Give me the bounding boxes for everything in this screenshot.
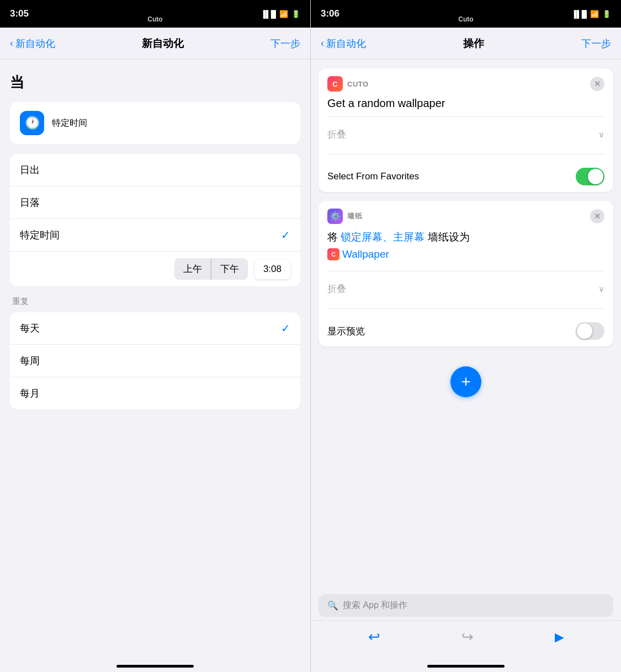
cuto-divider xyxy=(327,116,604,117)
trigger-item[interactable]: 🕐 特定时间 xyxy=(10,102,300,144)
cuto-divider2 xyxy=(327,154,604,154)
left-back-label: 新自动化 xyxy=(15,37,55,50)
body-highlight[interactable]: 锁定屏幕、主屏幕 xyxy=(341,231,424,243)
left-content: 当 🕐 特定时间 日出 日落 特定时间 ✓ 上午 xyxy=(0,60,310,653)
wallpaper-tag-label: Wallpaper xyxy=(342,247,389,263)
list-item-daily[interactable]: 每天 ✓ xyxy=(10,312,300,344)
wallpaper-tag[interactable]: C Wallpaper xyxy=(327,247,389,263)
left-status-bar: 3:05 Cuto ▐▌█ 📶 🔋 xyxy=(0,0,310,28)
right-nav-bar: ‹ 新自动化 操作 下一步 xyxy=(311,28,621,60)
wallpaper-divider2 xyxy=(327,308,604,309)
wifi-icon: 📶 xyxy=(279,10,288,18)
right-battery-icon: 🔋 xyxy=(602,10,611,18)
right-time: 3:06 xyxy=(321,8,339,19)
repeat-card: 每天 ✓ 每周 每月 xyxy=(10,312,300,409)
cuto-collapse-label: 折叠 xyxy=(327,128,346,141)
search-placeholder: 搜索 App 和操作 xyxy=(343,600,407,611)
wallpaper-chevron-down-icon: ∨ xyxy=(598,284,604,294)
wallpaper-collapse-row[interactable]: 折叠 ∨ xyxy=(319,278,613,302)
right-back-label: 新自动化 xyxy=(326,37,366,50)
search-bar[interactable]: 🔍 搜索 App 和操作 xyxy=(319,594,613,617)
preview-toggle[interactable] xyxy=(576,322,604,340)
ampm-group[interactable]: 上午 下午 xyxy=(174,258,248,280)
search-area: 🔍 搜索 App 和操作 xyxy=(311,589,621,620)
trigger-card: 🕐 特定时间 xyxy=(10,102,300,144)
play-button[interactable]: ▶ xyxy=(555,630,564,644)
sunrise-label: 日出 xyxy=(20,163,40,177)
list-item-specific-time[interactable]: 特定时间 ✓ xyxy=(10,218,300,251)
time-value[interactable]: 3:08 xyxy=(254,259,290,279)
daily-checkmark: ✓ xyxy=(281,322,290,335)
am-button[interactable]: 上午 xyxy=(174,258,211,280)
cuto-chevron-down-icon: ∨ xyxy=(598,130,604,140)
repeat-section-label: 重复 xyxy=(10,296,300,307)
wallpaper-app-name: 墙纸 xyxy=(347,211,362,221)
list-item-sunrise[interactable]: 日出 xyxy=(10,154,300,186)
right-wifi-icon: 📶 xyxy=(590,10,599,18)
right-signal-icon: ▐▌█ xyxy=(571,10,587,18)
left-nav-title: 新自动化 xyxy=(142,36,184,51)
list-item-weekly[interactable]: 每周 xyxy=(10,344,300,377)
signal-icon: ▐▌█ xyxy=(261,10,276,18)
time-picker-row: 上午 下午 3:08 xyxy=(10,251,300,286)
cuto-app-name: CUTO xyxy=(347,80,369,88)
right-status-bar: 3:06 Cuto ▐▌█ 📶 🔋 xyxy=(311,0,621,28)
select-favorites-label: Select From Favorites xyxy=(327,171,419,182)
right-chevron-icon: ‹ xyxy=(321,38,324,49)
wallpaper-close-icon: ✕ xyxy=(594,211,601,221)
wallpaper-card-header: ⚙️ 墙纸 ✕ xyxy=(319,201,613,224)
trigger-label: 特定时间 xyxy=(52,118,87,129)
add-button[interactable]: + xyxy=(450,366,481,397)
left-time: 3:05 xyxy=(10,8,29,19)
battery-icon: 🔋 xyxy=(291,10,300,18)
right-carrier: Cuto xyxy=(458,15,473,23)
right-nav-title: 操作 xyxy=(463,36,484,51)
left-chevron-icon: ‹ xyxy=(10,38,13,49)
wallpaper-collapse-label: 折叠 xyxy=(327,282,346,295)
when-section-title: 当 xyxy=(10,73,300,92)
list-item-sunset[interactable]: 日落 xyxy=(10,186,300,218)
cuto-close-button[interactable]: ✕ xyxy=(590,77,604,91)
left-home-indicator xyxy=(0,653,310,672)
left-nav-bar: ‹ 新自动化 新自动化 下一步 xyxy=(0,28,310,60)
right-panel: 3:06 Cuto ▐▌█ 📶 🔋 ‹ 新自动化 操作 下一步 C CUTO ✕ xyxy=(310,0,621,672)
add-button-container: + xyxy=(319,355,613,408)
time-options-card: 日出 日落 特定时间 ✓ 上午 下午 3:08 xyxy=(10,154,300,286)
left-next-button[interactable]: 下一步 xyxy=(270,37,300,50)
monthly-label: 每月 xyxy=(20,387,40,400)
body-prefix: 将 xyxy=(327,231,338,243)
pm-button[interactable]: 下午 xyxy=(211,258,248,280)
right-home-bar xyxy=(427,665,505,668)
wallpaper-close-button[interactable]: ✕ xyxy=(590,209,604,223)
left-status-icons: ▐▌█ 📶 🔋 xyxy=(261,10,300,18)
wallpaper-action-card: ⚙️ 墙纸 ✕ 将 锁定屏幕、主屏幕 墙纸设为 C Wallpaper 折叠 xyxy=(319,201,613,346)
left-carrier: Cuto xyxy=(147,15,162,23)
cuto-card-header: C CUTO ✕ xyxy=(319,68,613,92)
cuto-toggle-row: Select From Favorites xyxy=(319,161,613,192)
wallpaper-tag-icon: C xyxy=(327,248,339,260)
cuto-app-icon: C xyxy=(327,76,343,92)
search-icon: 🔍 xyxy=(327,600,338,611)
cuto-close-icon: ✕ xyxy=(594,79,601,89)
specific-time-checkmark: ✓ xyxy=(281,228,290,242)
right-home-indicator xyxy=(311,653,621,672)
cuto-collapse-row[interactable]: 折叠 ∨ xyxy=(319,124,613,147)
redo-button[interactable]: ↪ xyxy=(461,628,474,646)
toggle-knob xyxy=(588,169,603,184)
bottom-toolbar: ↩ ↪ ▶ xyxy=(311,620,621,653)
select-favorites-toggle[interactable] xyxy=(576,168,604,185)
cuto-app-badge: C CUTO xyxy=(327,76,369,92)
preview-toggle-row: 显示预览 xyxy=(319,316,613,346)
right-status-icons: ▐▌█ 📶 🔋 xyxy=(571,10,611,18)
right-content: C CUTO ✕ Get a random wallpaper 折叠 ∨ Sel… xyxy=(311,60,621,589)
wallpaper-action-body: 将 锁定屏幕、主屏幕 墙纸设为 C Wallpaper xyxy=(319,224,613,264)
right-back-button[interactable]: ‹ 新自动化 xyxy=(321,37,366,50)
undo-button[interactable]: ↩ xyxy=(368,628,380,646)
daily-label: 每天 xyxy=(20,322,40,335)
left-panel: 3:05 Cuto ▐▌█ 📶 🔋 ‹ 新自动化 新自动化 下一步 当 🕐 特定… xyxy=(0,0,310,672)
left-back-button[interactable]: ‹ 新自动化 xyxy=(10,37,55,50)
wallpaper-divider xyxy=(327,271,604,271)
preview-toggle-knob xyxy=(577,323,592,339)
right-next-button[interactable]: 下一步 xyxy=(581,37,611,50)
list-item-monthly[interactable]: 每月 xyxy=(10,377,300,409)
